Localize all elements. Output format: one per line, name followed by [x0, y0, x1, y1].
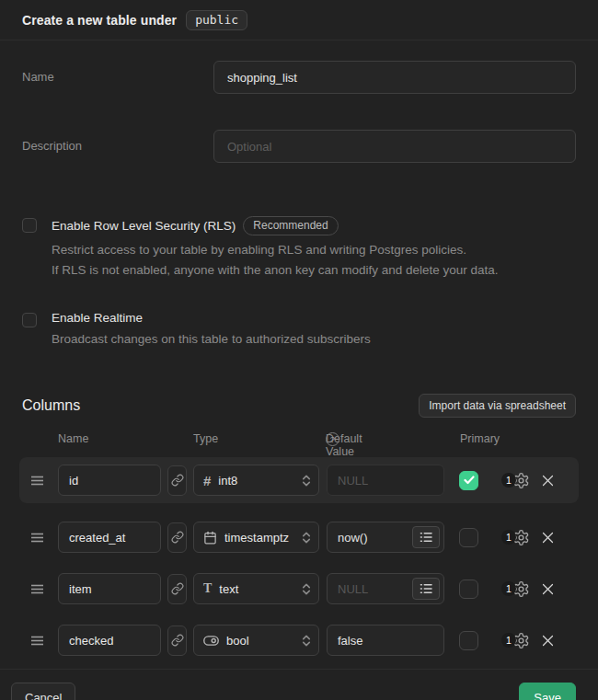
dialog-footer: Cancel Save: [0, 669, 598, 700]
foreign-key-link-button[interactable]: [167, 574, 187, 604]
column-row: bool false 1: [19, 617, 579, 663]
column-rows: # int8 NULL 1: [19, 457, 579, 663]
row-actions: 1: [501, 580, 555, 598]
primary-checkbox[interactable]: [459, 528, 478, 547]
column-row: T text NULL 1: [19, 566, 579, 612]
column-type-label: text: [219, 582, 293, 596]
description-row: Description: [22, 130, 576, 163]
column-row: # int8 NULL 1: [19, 457, 579, 503]
rls-checkbox[interactable]: [22, 218, 37, 233]
rls-label: Enable Row Level Security (RLS): [52, 219, 236, 233]
column-default-value: NULL: [338, 474, 368, 488]
chevron-updown-icon: [301, 634, 312, 648]
check-icon: [464, 476, 475, 485]
realtime-checkbox[interactable]: [22, 313, 37, 327]
name-row: Name: [22, 61, 576, 94]
foreign-key-link-button[interactable]: [167, 522, 187, 553]
remove-column-button[interactable]: [541, 634, 555, 648]
column-type-select[interactable]: bool: [193, 625, 319, 656]
remove-column-button[interactable]: [541, 474, 555, 488]
foreign-key-link-button[interactable]: [167, 465, 187, 496]
cancel-button[interactable]: Cancel: [11, 683, 75, 700]
column-default-input[interactable]: NULL: [327, 573, 444, 604]
column-type-label: int8: [218, 474, 293, 488]
chevron-updown-icon: [301, 474, 312, 488]
column-settings-button[interactable]: 1: [501, 580, 530, 598]
column-settings-button[interactable]: 1: [501, 529, 530, 546]
link-icon: [171, 582, 184, 595]
rls-text-block: Enable Row Level Security (RLS) Recommen…: [52, 216, 499, 281]
columns-table: Name Type Default Value ? Primary # int8: [19, 432, 579, 663]
description-label: Description: [22, 130, 213, 153]
close-icon: [541, 474, 555, 488]
toggle-icon: [203, 635, 219, 647]
close-icon: [541, 582, 555, 596]
primary-checkbox[interactable]: [459, 580, 478, 599]
column-default-value: false: [338, 634, 362, 648]
name-label: Name: [22, 61, 213, 84]
link-icon: [171, 474, 184, 487]
table-description-input[interactable]: [213, 130, 576, 163]
column-type-select[interactable]: # int8: [193, 465, 319, 496]
column-default-input[interactable]: NULL: [327, 465, 444, 496]
remove-column-button[interactable]: [541, 531, 555, 545]
realtime-label: Enable Realtime: [52, 311, 143, 325]
table-details-section: Name Description: [0, 40, 598, 193]
rls-description-line2: If RLS is not enabled, anyone with the a…: [52, 260, 499, 281]
primary-checkbox[interactable]: [459, 471, 478, 490]
link-icon: [171, 531, 184, 544]
row-actions: 1: [501, 529, 555, 546]
drag-handle-icon[interactable]: [30, 583, 45, 595]
dialog-title: Create a new table under: [22, 13, 177, 28]
create-table-dialog: Create a new table under public Name Des…: [0, 0, 598, 700]
drag-handle-icon[interactable]: [30, 532, 45, 544]
realtime-text-block: Enable Realtime Broadcast changes on thi…: [52, 311, 371, 350]
close-icon: [541, 531, 555, 545]
suggestions-list-button[interactable]: [412, 526, 440, 548]
text-icon: T: [203, 581, 212, 596]
rls-toggle-row: Enable Row Level Security (RLS) Recommen…: [22, 216, 576, 281]
row-actions: 1: [501, 472, 555, 489]
column-type-select[interactable]: T text: [193, 573, 319, 604]
column-settings-button[interactable]: 1: [501, 632, 530, 649]
list-icon: [420, 532, 432, 543]
column-name-input[interactable]: [58, 465, 161, 496]
save-button[interactable]: Save: [519, 683, 576, 700]
header-name: Name: [58, 432, 88, 445]
import-spreadsheet-button[interactable]: Import data via spreadsheet: [419, 394, 576, 418]
primary-checkbox[interactable]: [459, 631, 478, 650]
column-name-input[interactable]: [58, 522, 161, 553]
realtime-description: Broadcast changes on this table to autho…: [52, 329, 371, 350]
hash-icon: #: [203, 473, 211, 488]
header-primary: Primary: [460, 432, 500, 445]
foreign-key-link-button[interactable]: [167, 625, 187, 656]
row-actions: 1: [501, 632, 555, 649]
column-default-input[interactable]: now(): [327, 522, 444, 553]
column-default-value: NULL: [338, 582, 368, 596]
suggestions-list-button[interactable]: [412, 578, 440, 600]
column-name-input[interactable]: [58, 625, 161, 656]
column-default-input[interactable]: false: [327, 625, 444, 656]
rls-description-line1: Restrict access to your table by enablin…: [52, 240, 499, 260]
chevron-updown-icon: [301, 531, 312, 545]
calendar-icon: [203, 531, 217, 545]
columns-heading: Columns: [22, 397, 80, 414]
schema-badge: public: [186, 10, 247, 30]
column-type-label: bool: [226, 634, 293, 648]
chevron-updown-icon: [301, 582, 312, 596]
remove-column-button[interactable]: [541, 582, 555, 596]
columns-section: Columns Import data via spreadsheet Name…: [0, 380, 598, 669]
column-type-select[interactable]: timestamptz: [193, 522, 319, 553]
drag-handle-icon[interactable]: [30, 475, 45, 487]
drag-handle-icon[interactable]: [30, 635, 45, 647]
column-settings-button[interactable]: 1: [501, 472, 530, 489]
recommended-badge: Recommended: [243, 216, 338, 235]
close-icon: [541, 634, 555, 648]
link-icon: [171, 634, 184, 647]
header-type: Type: [193, 432, 218, 445]
column-default-value: now(): [338, 531, 368, 545]
table-name-input[interactable]: [213, 61, 576, 94]
column-type-label: timestamptz: [224, 531, 293, 545]
dialog-header: Create a new table under public: [0, 0, 598, 40]
column-name-input[interactable]: [58, 573, 161, 604]
